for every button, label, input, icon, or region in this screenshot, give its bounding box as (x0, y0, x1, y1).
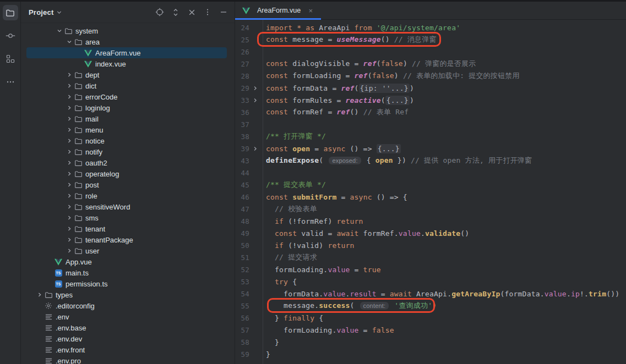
tree-item-role[interactable]: role (21, 190, 235, 201)
chevron-right-icon[interactable] (65, 92, 74, 101)
chevron-right-icon[interactable] (65, 224, 74, 233)
fold-arrow-icon[interactable] (251, 98, 259, 103)
code-line-28[interactable]: 28const formLoading = ref(false) // 表单的加… (235, 70, 626, 82)
code-line-53[interactable]: 53 try { (235, 275, 626, 288)
code-line-36[interactable]: 36const formRef = ref() // 表单 Ref (235, 106, 626, 118)
tree-item--env-front[interactable]: .env.front (21, 344, 235, 355)
tree-item-loginlog[interactable]: loginlog (21, 102, 235, 113)
chevron-right-icon[interactable] (65, 103, 74, 112)
tree-item--env[interactable]: .env (21, 311, 235, 322)
code-line-33[interactable]: 33const formRules = reactive({...}) (235, 94, 626, 106)
tree-item-dept[interactable]: dept (21, 69, 235, 80)
tree-item-tenant[interactable]: tenant (21, 223, 235, 234)
code-line-39[interactable]: 39const open = async () => {...} (235, 142, 626, 155)
code-editor[interactable]: 24import * as AreaApi from '@/api/system… (235, 20, 626, 364)
code-line-26[interactable]: 26 (235, 46, 626, 58)
code-line-49[interactable]: 49 const valid = await formRef.value.val… (235, 227, 626, 239)
chevron-right-icon[interactable] (65, 70, 74, 79)
tree-item-tenantpackage[interactable]: tenantPackage (21, 234, 235, 245)
code-line-50[interactable]: 50 if (!valid) return (235, 239, 626, 251)
code-line-45[interactable]: 45/** 提交表单 */ (235, 179, 626, 191)
tree-item--env-dev[interactable]: .env.dev (21, 333, 235, 344)
code-line-38[interactable]: 38/** 打开弹窗 */ (235, 130, 626, 142)
chevron-down-icon[interactable] (65, 37, 74, 46)
structure-tool-button[interactable] (3, 51, 18, 67)
chevron-right-icon[interactable] (65, 202, 74, 211)
chevron-right-icon[interactable] (65, 246, 74, 255)
select-opened-file-icon[interactable] (154, 7, 165, 18)
tree-item-sms[interactable]: sms (21, 212, 235, 223)
tree-item-user[interactable]: user (21, 245, 235, 256)
code-line-51[interactable]: 51 // 提交请求 (235, 251, 626, 263)
tree-item-permission-ts[interactable]: TSpermission.ts (21, 278, 235, 289)
code-line-58[interactable]: 58 } (235, 336, 626, 348)
tree-item-errorcode[interactable]: errorCode (21, 91, 235, 102)
tree-item-index-vue[interactable]: index.vue (21, 58, 235, 69)
chevron-right-icon[interactable] (65, 180, 74, 189)
tree-item-areaform-vue[interactable]: AreaForm.vue (21, 47, 235, 58)
code-line-55[interactable]: 55 message.success( content: '查询成功') (235, 300, 626, 312)
project-tool-button[interactable] (3, 5, 18, 20)
tree-item--env-pro[interactable]: .env.pro (21, 355, 235, 364)
chevron-right-icon[interactable] (65, 81, 74, 90)
code-line-27[interactable]: 27const dialogVisible = ref(false) // 弹窗… (235, 58, 626, 70)
code-line-24[interactable]: 24import * as AreaApi from '@/api/system… (235, 21, 626, 34)
chevron-right-icon[interactable] (65, 235, 74, 244)
chevron-right-icon[interactable] (65, 147, 74, 156)
fold-arrow-icon[interactable] (251, 86, 259, 91)
code-line-54[interactable]: 54 formData.value.result = await AreaApi… (235, 288, 626, 300)
code-line-57[interactable]: 57 formLoading.value = false (235, 324, 626, 336)
chevron-down-icon[interactable] (55, 26, 64, 35)
chevron-right-icon[interactable] (65, 125, 74, 134)
hide-panel-icon[interactable] (218, 7, 229, 18)
tree-item-dict[interactable]: dict (21, 80, 235, 91)
code-line-52[interactable]: 52 formLoading.value = true (235, 263, 626, 275)
fold-arrow-icon[interactable] (251, 146, 259, 151)
tree-item-menu[interactable]: menu (21, 124, 235, 135)
chevron-right-icon[interactable] (65, 191, 74, 200)
tree-item-sensitiveword[interactable]: sensitiveWord (21, 201, 235, 212)
code-line-48[interactable]: 48 if (!formRef) return (235, 215, 626, 227)
chevron-down-icon[interactable] (57, 10, 62, 15)
chevron-right-icon[interactable] (35, 290, 44, 299)
folded-region[interactable]: {ip: ''...} (359, 84, 410, 93)
chevron-right-icon[interactable] (65, 114, 74, 123)
folded-region[interactable]: {...} (377, 144, 401, 153)
tree-item-post[interactable]: post (21, 179, 235, 190)
code-line-37[interactable]: 37 (235, 118, 626, 130)
project-panel-title[interactable]: Project (29, 8, 53, 16)
tree-item-notice[interactable]: notice (21, 135, 235, 146)
tree-item-operatelog[interactable]: operatelog (21, 168, 235, 179)
code-line-47[interactable]: 47 // 校验表单 (235, 203, 626, 215)
more-tools-button[interactable] (3, 74, 18, 90)
code-line-44[interactable]: 44 (235, 167, 626, 179)
tree-item--editorconfig[interactable]: .editorconfig (21, 300, 235, 311)
more-actions-icon[interactable] (202, 7, 213, 18)
tree-item-mail[interactable]: mail (21, 113, 235, 124)
code-line-59[interactable]: 59} (235, 348, 626, 360)
tree-item-system[interactable]: system (21, 25, 235, 36)
chevron-right-icon[interactable] (65, 136, 74, 145)
tree-item-app-vue[interactable]: App.vue (21, 256, 235, 267)
code-line-25[interactable]: 25const message = useMessage() // 消息弹窗 (235, 34, 626, 46)
close-icon[interactable]: × (307, 7, 314, 14)
folded-region[interactable]: {...} (385, 96, 410, 105)
code-line-43[interactable]: 43defineExpose( exposed: { open }) // 提供… (235, 155, 626, 167)
expand-all-icon[interactable] (170, 7, 181, 18)
chevron-right-icon[interactable] (65, 158, 74, 167)
commit-tool-button[interactable] (3, 28, 18, 43)
tree-item-types[interactable]: types (21, 289, 235, 300)
tree-item-main-ts[interactable]: TSmain.ts (21, 267, 235, 278)
tree-item-oauth2[interactable]: oauth2 (21, 157, 235, 168)
tree-item-area[interactable]: area (21, 36, 235, 47)
tree-item-notify[interactable]: notify (21, 146, 235, 157)
tab-areaform-vue[interactable]: AreaForm.vue × (235, 2, 321, 19)
code-line-29[interactable]: 29const formData = ref({ip: ''...}) (235, 82, 626, 94)
code-line-46[interactable]: 46const submitForm = async () => { (235, 191, 626, 203)
chevron-right-icon[interactable] (65, 169, 74, 178)
typescript-icon: TS (54, 268, 63, 277)
tree-item--env-base[interactable]: .env.base (21, 322, 235, 333)
chevron-right-icon[interactable] (65, 213, 74, 222)
code-line-56[interactable]: 56 } finally { (235, 312, 626, 324)
collapse-all-icon[interactable] (186, 7, 197, 18)
